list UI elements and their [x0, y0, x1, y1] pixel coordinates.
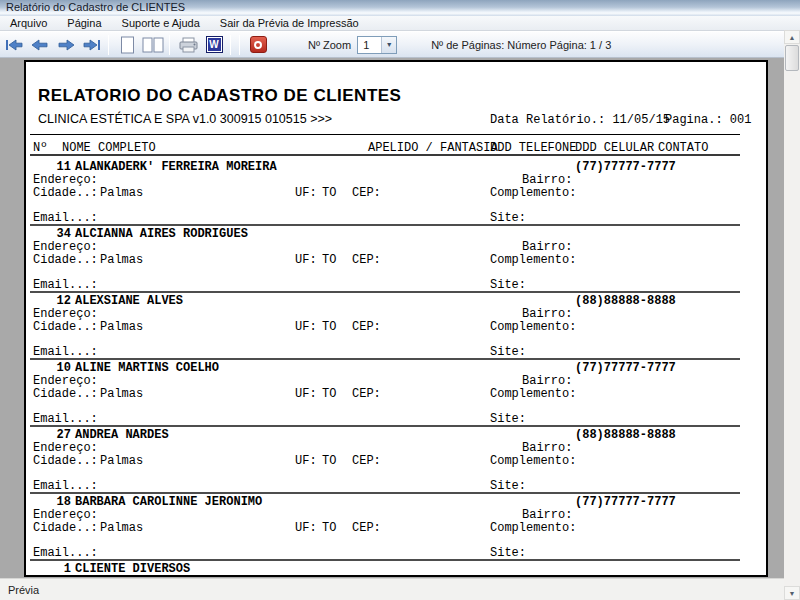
- record-uf: TO: [322, 387, 336, 401]
- label-cep: CEP:: [352, 521, 381, 535]
- col-ddd-telefone: DDD TELEFONE: [490, 141, 576, 155]
- label-cidade: Cidade..:: [33, 253, 98, 267]
- label-endereco: Endereço:: [33, 240, 98, 254]
- col-contato: CONTATO: [658, 141, 708, 155]
- label-complemento: Complemento:: [490, 186, 576, 200]
- label-cep: CEP:: [352, 320, 381, 334]
- word-icon: W: [206, 36, 223, 53]
- record-uf: TO: [322, 186, 336, 200]
- record-celular: (88)88888-8888: [575, 294, 676, 308]
- label-site: Site:: [490, 345, 526, 359]
- toolbar-separator: [239, 35, 240, 55]
- label-endereco: Endereço:: [33, 441, 98, 455]
- record-cidade: Palmas: [100, 253, 143, 267]
- label-site: Site:: [490, 278, 526, 292]
- label-email: Email...:: [33, 479, 98, 493]
- client-record: 18 BARBARA CAROLINNE JERONIMO (77)77777-…: [26, 495, 766, 562]
- single-page-view-button[interactable]: [115, 34, 139, 56]
- label-cep: CEP:: [352, 186, 381, 200]
- col-num: Nº: [33, 141, 47, 155]
- record-celular: (88)88888-8888: [575, 428, 676, 442]
- record-cidade: Palmas: [100, 186, 143, 200]
- scroll-up-icon[interactable]: ▲: [784, 30, 800, 44]
- client-record: 27 ANDREA NARDES (88)88888-8888 Endereço…: [26, 428, 766, 495]
- preview-area: RELATORIO DO CADASTRO DE CLIENTES CLINIC…: [0, 58, 784, 578]
- label-uf: UF:: [295, 521, 317, 535]
- menu-arquivo[interactable]: Arquivo: [0, 16, 57, 31]
- title-bar: Relatório do Cadastro de CLIENTES: [0, 0, 800, 16]
- menu-suporte-ajuda[interactable]: Suporte e Ajuda: [112, 16, 210, 31]
- report-preview-window: Relatório do Cadastro de CLIENTES Arquiv…: [0, 0, 800, 600]
- last-page-button[interactable]: [80, 34, 104, 56]
- label-email: Email...:: [33, 546, 98, 560]
- record-name: BARBARA CAROLINNE JERONIMO: [75, 495, 262, 509]
- record-divider: [30, 425, 740, 427]
- zoom-value: 1: [358, 39, 381, 51]
- printer-icon: [179, 37, 198, 53]
- toolbar: W Nº Zoom 1 ▼ Nº de Páginas: Número Pági…: [0, 31, 784, 58]
- status-text: Prévia: [8, 584, 39, 596]
- label-cidade: Cidade..:: [33, 521, 98, 535]
- label-complemento: Complemento:: [490, 521, 576, 535]
- header-divider: [30, 134, 740, 135]
- record-celular: (77)77777-7777: [575, 495, 676, 509]
- toolbar-separator: [108, 35, 109, 55]
- prev-page-button[interactable]: [28, 34, 52, 56]
- record-divider: [30, 291, 740, 293]
- label-bairro: Bairro:: [522, 374, 572, 388]
- two-page-view-button[interactable]: [141, 34, 165, 56]
- record-celular: (77)77777-7777: [575, 160, 676, 174]
- record-cidade: Palmas: [100, 521, 143, 535]
- pdf-icon: [250, 36, 267, 53]
- vertical-scrollbar[interactable]: ▲ ▼: [784, 30, 800, 600]
- label-email: Email...:: [33, 345, 98, 359]
- column-header-underline: [30, 154, 740, 156]
- export-word-button[interactable]: W: [202, 34, 226, 56]
- client-record: 12 ALEXSIANE ALVES (88)88888-8888 Endere…: [26, 294, 766, 361]
- menu-bar: Arquivo Página Suporte e Ajuda Sair da P…: [0, 16, 800, 31]
- record-name: ALEXSIANE ALVES: [75, 294, 183, 308]
- print-button[interactable]: [176, 34, 200, 56]
- label-site: Site:: [490, 412, 526, 426]
- zoom-label: Nº Zoom: [308, 39, 351, 51]
- report-content: RELATORIO DO CADASTRO DE CLIENTES CLINIC…: [26, 62, 766, 575]
- zoom-dropdown[interactable]: 1 ▼: [357, 36, 397, 54]
- scroll-down-icon[interactable]: ▼: [784, 586, 800, 600]
- label-cidade: Cidade..:: [33, 454, 98, 468]
- client-record: 11 ALANKADERK' FERREIRA MOREIRA (77)7777…: [26, 160, 766, 227]
- record-cidade: Palmas: [100, 320, 143, 334]
- toolbar-separator: [169, 35, 170, 55]
- record-name: ANDREA NARDES: [75, 428, 169, 442]
- record-number: 12: [33, 294, 71, 308]
- record-name: ALANKADERK' FERREIRA MOREIRA: [75, 160, 277, 174]
- label-cidade: Cidade..:: [33, 186, 98, 200]
- first-page-icon: [5, 39, 23, 51]
- menu-sair-previa[interactable]: Sair da Prévia de Impressão: [210, 16, 369, 31]
- label-bairro: Bairro:: [522, 240, 572, 254]
- label-endereco: Endereço:: [33, 173, 98, 187]
- record-cidade: Palmas: [100, 387, 143, 401]
- menu-pagina[interactable]: Página: [57, 16, 111, 31]
- scrollbar-thumb[interactable]: [785, 45, 799, 71]
- record-divider: [30, 224, 740, 226]
- report-page-number: Pagina.: 001: [665, 113, 751, 127]
- report-date: Data Relatório.: 11/05/15: [490, 113, 670, 127]
- report-page: RELATORIO DO CADASTRO DE CLIENTES CLINIC…: [24, 60, 768, 577]
- chevron-down-icon: ▼: [381, 37, 396, 53]
- records-container: 11 ALANKADERK' FERREIRA MOREIRA (77)7777…: [26, 160, 766, 577]
- first-page-button[interactable]: [2, 34, 26, 56]
- client-record: 10 ALINE MARTINS COELHO (77)77777-7777 E…: [26, 361, 766, 428]
- label-cidade: Cidade..:: [33, 320, 98, 334]
- report-title: RELATORIO DO CADASTRO DE CLIENTES: [38, 86, 401, 106]
- next-page-button[interactable]: [54, 34, 78, 56]
- label-site: Site:: [490, 211, 526, 225]
- export-pdf-button[interactable]: [246, 34, 270, 56]
- record-number: 1: [33, 562, 71, 576]
- label-bairro: Bairro:: [522, 508, 572, 522]
- record-cidade: Palmas: [100, 454, 143, 468]
- toolbar-separator: [230, 35, 231, 55]
- record-uf: TO: [322, 253, 336, 267]
- label-email: Email...:: [33, 211, 98, 225]
- label-endereco: Endereço:: [33, 374, 98, 388]
- label-complemento: Complemento:: [490, 320, 576, 334]
